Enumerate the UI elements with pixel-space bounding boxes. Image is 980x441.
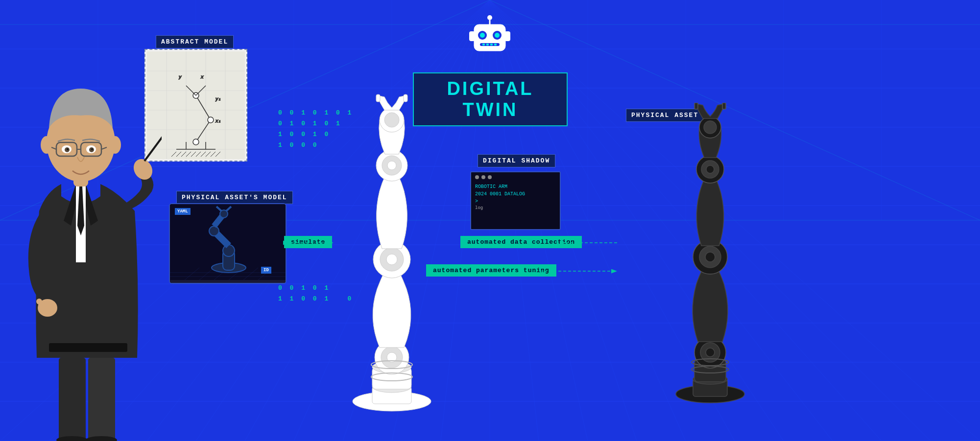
robot-head-icon	[465, 14, 514, 63]
physical-asset-robot-arm	[617, 103, 803, 406]
svg-point-130	[384, 113, 399, 127]
svg-rect-97	[170, 280, 287, 284]
svg-point-169	[109, 136, 121, 154]
svg-point-141	[706, 348, 715, 357]
main-content: DIGITAL TWIN ABSTRACT MODEL	[0, 0, 980, 441]
svg-rect-60	[469, 31, 475, 41]
svg-rect-56	[482, 44, 485, 46]
svg-point-100	[223, 245, 235, 256]
digital-twin-robot-arm	[289, 93, 495, 416]
yaml-tag: YAML	[175, 208, 191, 215]
svg-rect-59	[494, 44, 497, 46]
svg-point-165	[36, 299, 42, 304]
svg-point-102	[209, 226, 219, 236]
id-tag: ID	[261, 267, 271, 274]
svg-rect-131	[376, 94, 380, 102]
svg-point-179	[67, 148, 69, 150]
svg-text:y₁: y₁	[215, 97, 221, 102]
svg-line-161	[144, 118, 162, 161]
abstract-model-label: ABSTRACT MODEL	[156, 35, 234, 48]
svg-rect-132	[404, 94, 407, 102]
svg-point-144	[705, 252, 715, 262]
svg-point-48	[487, 15, 492, 20]
svg-point-168	[41, 136, 52, 154]
svg-rect-155	[88, 358, 115, 441]
svg-rect-57	[486, 44, 489, 46]
svg-text:y: y	[178, 75, 182, 80]
svg-point-54	[495, 33, 500, 38]
svg-rect-61	[504, 31, 510, 41]
svg-rect-154	[59, 358, 86, 441]
svg-point-78	[208, 117, 214, 123]
svg-point-125	[386, 254, 397, 265]
svg-point-53	[480, 33, 485, 38]
character-figure	[0, 40, 162, 441]
svg-text:x: x	[200, 75, 204, 80]
svg-point-180	[91, 148, 93, 150]
svg-rect-151	[722, 103, 726, 109]
svg-point-128	[387, 161, 396, 170]
svg-rect-150	[694, 103, 698, 109]
svg-point-149	[704, 121, 717, 134]
svg-rect-159	[49, 343, 127, 352]
svg-text:x₁: x₁	[215, 119, 221, 124]
svg-rect-58	[490, 44, 493, 46]
physical-model-label: PHYSICAL ASSET'S MODEL	[176, 191, 293, 204]
svg-point-76	[193, 139, 199, 145]
svg-point-147	[706, 165, 714, 173]
